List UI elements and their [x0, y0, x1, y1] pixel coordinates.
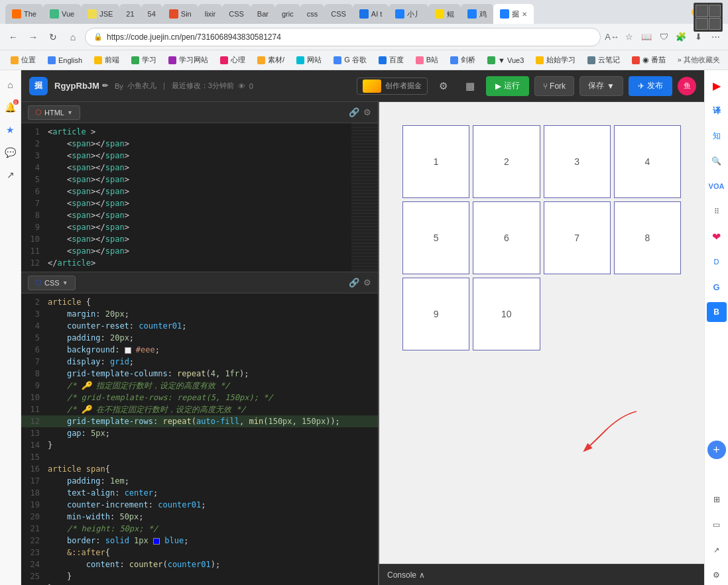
code-line: 4 <span></span>	[21, 162, 378, 174]
tab-ji[interactable]: 鸡	[461, 4, 493, 24]
bookmark-website[interactable]: 网站	[291, 53, 327, 68]
translate2-icon[interactable]: D	[707, 252, 727, 272]
blue-b-icon[interactable]: B	[707, 302, 727, 322]
code-line: 2 <span></span>	[21, 138, 378, 150]
editor-area: 掘 RgypRbJM ✏ By 小鱼衣儿 ｜ 最近修改：3分钟前 👁 0 创作者…	[21, 70, 704, 585]
back-button[interactable]: ←	[5, 29, 21, 45]
site-logo: 掘	[29, 77, 48, 95]
code-line: 16 article span{	[21, 463, 378, 475]
bookmark-vue3[interactable]: ▼ Vue3	[482, 53, 529, 68]
sidebar-home-icon[interactable]: ⌂	[1, 76, 20, 94]
tab-1[interactable]: The	[5, 4, 43, 24]
browser-title-bar: The Vue JSE 21 54 Sin lixir CSS Bar	[0, 0, 728, 24]
translate-icon[interactable]: A↔	[605, 30, 619, 44]
sidebar-share-icon[interactable]: ↗	[1, 166, 20, 184]
tab-vue[interactable]: Vue	[43, 4, 81, 24]
console-label[interactable]: Console ∧	[387, 570, 425, 580]
tab-css3[interactable]: CSS	[324, 4, 353, 24]
screen-icon[interactable]: ▭	[707, 515, 727, 535]
search-icon[interactable]: 🔍	[707, 151, 727, 171]
tab-juejin[interactable]: 掘 ✕	[493, 4, 534, 24]
code-line: 17 padding: 1em;	[21, 475, 378, 487]
link-icon[interactable]: 🔗	[349, 107, 359, 117]
settings-gear-icon[interactable]: ⚙	[363, 107, 371, 117]
settings-icon-btn[interactable]: ⚙	[433, 76, 454, 97]
bookmark-study-site[interactable]: 学习网站	[163, 53, 213, 68]
tab-sin[interactable]: Sin	[162, 4, 198, 24]
code-line: 13 gap: 5px;	[21, 427, 378, 439]
tab-bar[interactable]: Bar	[251, 4, 275, 24]
html-code-content[interactable]: 1 <article > 2 <span></span> 3 <span></s…	[21, 123, 378, 272]
tab-kun[interactable]: 鲲	[428, 4, 461, 24]
bookmark-position[interactable]: 位置	[5, 53, 41, 68]
tab-close-icon[interactable]: ✕	[522, 11, 527, 18]
sidebar-notifications-icon[interactable]: 🔔 0	[1, 98, 20, 117]
bookmark-icon[interactable]: ☆	[622, 30, 637, 44]
bookmark-cloud-notes[interactable]: 云笔记	[582, 53, 625, 68]
sidebar-chat-icon[interactable]: 💬	[1, 143, 20, 162]
run-button[interactable]: ▶ 运行	[486, 76, 529, 96]
fork-button[interactable]: ⑂ Fork	[534, 76, 574, 96]
address-bar[interactable]: 🔒 https://code.juejin.cn/pen/73160689438…	[85, 28, 601, 46]
save-dropdown-icon[interactable]: ▼	[607, 81, 615, 91]
forward-button[interactable]: →	[25, 29, 41, 45]
bookmark-psychology[interactable]: 心理	[215, 53, 251, 68]
lock-icon: 🔒	[93, 32, 103, 41]
css-lang-selector[interactable]: ⬡ CSS ▼	[28, 276, 76, 290]
google-voa-icon[interactable]: VOA	[707, 176, 727, 196]
apps-icon[interactable]: ⠿	[707, 201, 727, 221]
tab-lixir[interactable]: lixir	[198, 4, 223, 24]
html-lang-selector[interactable]: ⬡ HTML ▼	[28, 105, 80, 120]
tab-54[interactable]: 54	[141, 4, 162, 24]
pencil-icon[interactable]: ✏	[102, 81, 108, 90]
translate-icon[interactable]: 译	[707, 101, 727, 121]
tab-favicon	[50, 9, 59, 19]
tab-gric[interactable]: gric	[275, 4, 300, 24]
tab-21[interactable]: 21	[119, 4, 141, 24]
tab-xiao[interactable]: 小丿	[389, 4, 428, 24]
bookmark-english[interactable]: English	[42, 53, 88, 68]
publish-button[interactable]: ✈ 发布	[629, 76, 672, 96]
bookmark-more[interactable]: » 其他收藏夹	[675, 53, 723, 68]
google2-icon[interactable]: G	[707, 277, 727, 297]
code-line: 22 border: solid 1px blue;	[21, 535, 378, 547]
bookmark-bilibili[interactable]: B站	[410, 53, 444, 68]
bookmark-start-learning[interactable]: 始始学习	[530, 53, 581, 68]
sidebar-star-icon[interactable]: ★	[1, 121, 20, 139]
heart-icon[interactable]: ❤	[707, 227, 727, 246]
home-button[interactable]: ⌂	[65, 29, 81, 45]
add-panel-button[interactable]: +	[707, 441, 726, 459]
bookmark-material[interactable]: 素材/	[252, 53, 290, 68]
shield-icon[interactable]: 🛡	[656, 30, 671, 44]
editor-panels: ⬡ HTML ▼ 🔗 ⚙ 1 <article >	[21, 102, 704, 585]
tab-css2[interactable]: css	[300, 4, 325, 24]
bookmark-study[interactable]: 学习	[126, 53, 162, 68]
bookmark-cambridge[interactable]: 剑桥	[445, 53, 481, 68]
bookmark-favicon	[257, 56, 265, 64]
reading-mode-icon[interactable]: 📖	[639, 30, 654, 44]
code-line: 11 /* 🔑 在不指定固定行数时，设定的高度无效 */	[21, 403, 378, 415]
export-icon[interactable]: ↗	[707, 540, 727, 560]
code-line: 9 /* 🔑 指定固定行数时，设定的高度有效 */	[21, 380, 378, 392]
css-settings-gear-icon[interactable]: ⚙	[363, 278, 371, 288]
tab-ai[interactable]: AI t	[353, 4, 389, 24]
user-avatar[interactable]: 鱼	[678, 77, 696, 95]
bookmark-frontend[interactable]: 前端	[89, 53, 125, 68]
bookmark-google[interactable]: G 谷歌	[328, 53, 372, 68]
bookmark-baidu[interactable]: 百度	[373, 53, 409, 68]
address-bar-row: ← → ↻ ⌂ 🔒 https://code.juejin.cn/pen/731…	[0, 24, 728, 50]
youtube-icon[interactable]: ▶	[707, 76, 727, 95]
settings-bottom-icon[interactable]: ⚙	[707, 565, 727, 585]
bookmark-tomato[interactable]: ◉ 番茄	[627, 53, 671, 68]
layout-icon-btn[interactable]: ▦	[459, 76, 481, 97]
table-icon[interactable]: ⊞	[707, 490, 727, 509]
refresh-button[interactable]: ↻	[45, 29, 61, 45]
code-line: 26 }	[21, 582, 378, 585]
css-link-icon[interactable]: 🔗	[349, 278, 359, 288]
save-button[interactable]: 保存 ▼	[579, 76, 623, 96]
extension-icon[interactable]: 🧩	[674, 30, 688, 44]
tab-css1[interactable]: CSS	[222, 4, 251, 24]
tab-jse[interactable]: JSE	[81, 4, 119, 24]
zhihu-icon[interactable]: 知	[707, 126, 727, 146]
css-code-content[interactable]: 2 article { 3 margin: 20px; 4 counter-re…	[21, 293, 378, 585]
